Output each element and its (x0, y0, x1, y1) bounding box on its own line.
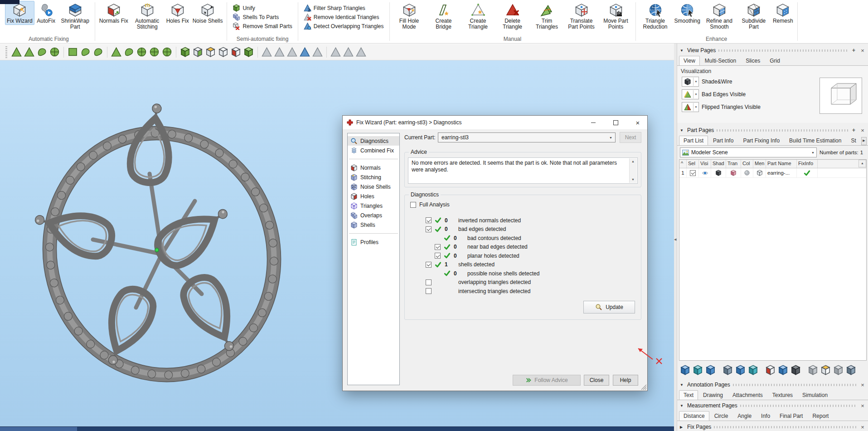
flipped-triangles-button[interactable]: ▼ (682, 102, 699, 112)
diagnostic-checkbox[interactable] (426, 217, 432, 223)
diagnostic-checkbox[interactable] (426, 262, 432, 268)
mark-plane-icon[interactable] (37, 47, 47, 57)
tab-circle[interactable]: Circle (710, 411, 733, 421)
subdivide-part-button[interactable]: Subdivide Part (737, 1, 771, 31)
select-triangle-tool-icon[interactable] (262, 47, 272, 57)
nav-stitching[interactable]: Stitching (348, 172, 399, 182)
dropdown-arrow-icon[interactable]: ▼ (811, 151, 815, 154)
col-shad[interactable]: Shad (711, 160, 726, 168)
tab-scroll-right-icon[interactable]: ▶ (861, 137, 867, 145)
diagnostic-checkbox[interactable] (426, 288, 432, 294)
next-button[interactable]: Next (620, 132, 641, 143)
mark-triangles-cursor-icon[interactable] (24, 47, 34, 57)
sort-column-icon[interactable]: ^ (679, 160, 687, 168)
tab-text[interactable]: Text (679, 390, 698, 400)
collapse-triangle-icon[interactable]: ▶ (680, 425, 684, 429)
dialog-title-bar[interactable]: Fix Wizard (Part: earring-stl3) > Diagno… (343, 116, 647, 129)
dropdown-arrow-icon[interactable]: ▼ (693, 103, 698, 111)
scroll-down-icon[interactable]: ▼ (630, 176, 636, 183)
nav-normals[interactable]: Normals (348, 163, 399, 172)
tab-multi-section[interactable]: Multi-Section (700, 56, 741, 65)
noise-shells-button[interactable]: Noise Shells (191, 1, 225, 25)
autofix-button[interactable]: AutoFix (34, 1, 58, 25)
close-panel-icon[interactable]: × (859, 402, 866, 409)
fix-pages-header[interactable]: ▶ Fix Pages × (677, 422, 868, 431)
bad-edges-button[interactable]: ▼ (682, 89, 699, 99)
delete-triangle-button[interactable]: Delete Triangle (495, 1, 530, 31)
trim-triangles-button[interactable]: Trim Triangles (530, 1, 564, 31)
transparency-icon[interactable] (730, 170, 737, 176)
duplicate-part-icon[interactable] (735, 365, 746, 375)
remesh-button[interactable]: Remesh (771, 1, 795, 25)
advice-scrollbar[interactable]: ▲ ▼ (629, 158, 637, 183)
part-properties-icon[interactable] (808, 365, 818, 375)
mark-star-shell-icon[interactable] (136, 47, 147, 57)
delete-part-icon[interactable] (765, 365, 776, 375)
mark-sphere-icon[interactable] (49, 47, 60, 57)
tab-st-truncated[interactable]: St (846, 136, 860, 145)
tab-part-list[interactable]: Part List (679, 136, 708, 145)
col-sel[interactable]: Sel (687, 160, 699, 168)
mark-surface-icon[interactable] (124, 47, 134, 57)
remove-small-parts-button[interactable]: Remove Small Parts (231, 22, 293, 30)
remove-identical-triangles-button[interactable]: Remove Identical Triangles (302, 13, 385, 21)
select-plane-tool-icon[interactable] (300, 47, 310, 57)
shade-wire-button[interactable]: ▼ (682, 77, 699, 87)
col-tran[interactable]: Tran (726, 160, 741, 168)
create-bridge-button[interactable]: Create Bridge (427, 1, 461, 31)
lasso-tool-icon[interactable] (330, 47, 341, 57)
col-part-name[interactable]: Part Name (766, 160, 797, 168)
close-panel-icon[interactable]: × (859, 382, 866, 388)
merge-parts-icon[interactable] (723, 365, 733, 375)
mark-brush-icon[interactable] (93, 47, 103, 57)
shrinkwrap-part-button[interactable]: ShrinkWrap Part (58, 1, 92, 31)
fix-wizard-button[interactable]: Fix Wizard (5, 1, 34, 25)
col-visi[interactable]: Visi (699, 160, 711, 168)
close-dialog-button[interactable]: × (628, 116, 647, 129)
dropdown-arrow-icon[interactable]: ▼ (606, 136, 615, 139)
mark-shell-cube-icon[interactable] (180, 47, 190, 57)
holes-fix-button[interactable]: Holes Fix (165, 1, 191, 25)
tab-view[interactable]: View (679, 56, 700, 65)
highlight-part-icon[interactable] (820, 365, 831, 375)
mark-defect-cube-icon[interactable] (231, 47, 241, 57)
visibility-eye-icon[interactable] (702, 170, 708, 176)
splitter-collapse-icon[interactable]: ◀ (674, 238, 676, 241)
follow-advice-button[interactable]: Follow Advice (513, 375, 581, 386)
advice-textbox[interactable]: No more errors are detected. It seems th… (408, 157, 638, 184)
translate-part-icon[interactable] (778, 365, 788, 375)
pick-tool-icon[interactable] (356, 47, 366, 57)
menu-cube-icon[interactable] (756, 170, 763, 176)
tab-info[interactable]: Info (756, 411, 775, 421)
update-button[interactable]: Update (583, 301, 635, 313)
dropdown-arrow-icon[interactable]: ▼ (693, 90, 698, 98)
nav-triangles[interactable]: Triangles (348, 201, 399, 211)
move-part-points-button[interactable]: Move Part Points (599, 1, 633, 31)
nav-shells[interactable]: Shells (348, 220, 399, 230)
view-part-icon[interactable] (693, 365, 703, 375)
mark-window-triangles-icon[interactable] (111, 47, 121, 57)
col-fixinfo[interactable]: FixInfo (797, 160, 818, 168)
table-scroll-up-icon[interactable]: ▲ (858, 160, 866, 167)
copy-part-icon[interactable] (833, 365, 844, 375)
nav-overlaps[interactable]: Overlaps (348, 211, 399, 220)
tab-drawing[interactable]: Drawing (698, 390, 727, 400)
tab-part-info[interactable]: Part Info (708, 136, 738, 145)
translate-part-points-button[interactable]: Translate Part Points (564, 1, 599, 31)
table-row[interactable]: 1 earring-... (679, 168, 866, 178)
color-sphere-icon[interactable] (744, 170, 750, 176)
nav-holes[interactable]: Holes (348, 191, 399, 201)
tab-simulation[interactable]: Simulation (798, 390, 832, 400)
mark-ball-icon[interactable] (162, 47, 172, 57)
automatic-stitching-button[interactable]: Automatic Stitching (130, 1, 165, 31)
minimize-button[interactable] (584, 116, 603, 129)
fill-hole-mode-button[interactable]: Fill Hole Mode (392, 1, 427, 31)
scene-selector[interactable]: Modeler Scene ▼ (680, 147, 817, 157)
diagnostic-checkbox[interactable] (435, 253, 441, 259)
create-triangle-button[interactable]: Create Triangle (461, 1, 495, 31)
col-col[interactable]: Col (741, 160, 753, 168)
filter-sharp-triangles-button[interactable]: Filter Sharp Triangles (302, 4, 385, 12)
select-shell-tool-icon[interactable] (287, 47, 297, 57)
tab-report[interactable]: Report (808, 411, 833, 421)
part-list-view-icon[interactable] (846, 365, 856, 375)
